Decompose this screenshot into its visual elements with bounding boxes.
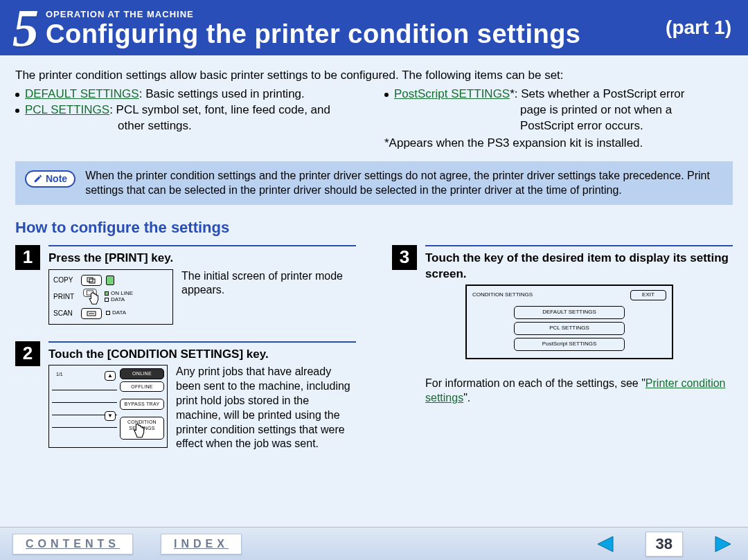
scan-button[interactable]	[81, 308, 102, 319]
page-title: Configuring the printer condition settin…	[46, 19, 666, 49]
online-button[interactable]: ONLINE	[120, 368, 164, 379]
ps-install-note: *Appears when the PS3 expansion kit is i…	[384, 136, 733, 152]
condition-settings-button[interactable]: CONDITION SETTINGS	[120, 417, 164, 440]
default-settings-button[interactable]: DEFAULT SETTINGS	[514, 306, 625, 319]
link-pcl-settings[interactable]: PCL SETTINGS	[25, 103, 109, 116]
offline-button[interactable]: OFFLINE	[120, 381, 164, 392]
settings-left: DEFAULT SETTINGS: Basic settings used in…	[15, 87, 364, 152]
panel-print-key: COPY PRINT	[48, 269, 173, 325]
panel-condition-settings: 1/1 ▲ ▼ ONLINE OFFLINE BYPASS TRAY	[48, 365, 168, 448]
step-number: 1	[15, 245, 40, 270]
step-title: Press the [PRINT] key.	[48, 251, 356, 267]
text: page is printed or not when a	[394, 102, 733, 118]
section-label: OPERATION AT THE MACHINE	[46, 9, 666, 19]
chapter-number: 5	[12, 1, 39, 54]
panel-header: CONDITION SETTINGS	[472, 291, 533, 299]
next-page-button[interactable]	[711, 534, 736, 554]
hand-pointer-icon	[129, 423, 147, 441]
contents-button[interactable]: CONTENTS	[12, 534, 133, 554]
step-title: Touch the [CONDITION SETTINGS] key.	[48, 347, 356, 363]
label-scan: SCAN	[53, 309, 77, 318]
note-text: When the printer condition settings and …	[85, 168, 723, 198]
data-led	[105, 298, 109, 302]
step-number: 3	[392, 245, 417, 270]
step-title: Touch the key of the desired item to dis…	[425, 251, 733, 282]
note-box: Note When the printer condition settings…	[15, 161, 733, 205]
down-arrow-button[interactable]: ▼	[105, 411, 116, 421]
svg-marker-6	[598, 536, 613, 552]
text: : PCL symbol set, font, line feed code, …	[109, 103, 330, 116]
pcl-settings-button[interactable]: PCL SETTINGS	[514, 322, 625, 335]
step-number: 2	[15, 341, 40, 366]
copy-button[interactable]	[81, 275, 102, 286]
link-default-settings[interactable]: DEFAULT SETTINGS	[25, 87, 139, 100]
settings-right: PostScript SETTINGS*: Sets whether a Pos…	[384, 87, 733, 152]
copy-icon	[87, 277, 96, 284]
svg-marker-7	[715, 536, 731, 552]
text: : Basic settings used in printing.	[139, 87, 305, 100]
link-postscript-settings[interactable]: PostScript SETTINGS	[394, 87, 510, 100]
bypass-tray-button[interactable]: BYPASS TRAY	[120, 399, 164, 409]
step-text: The initial screen of printer mode appea…	[181, 269, 356, 298]
pencil-icon	[33, 174, 43, 183]
arrow-left-icon	[595, 535, 616, 553]
panel-condition-menu: CONDITION SETTINGS EXIT DEFAULT SETTINGS…	[465, 284, 673, 359]
svg-rect-0	[87, 278, 93, 282]
intro-lead: The printer condition settings allow bas…	[15, 68, 733, 84]
part-label: (part 1)	[666, 17, 736, 39]
arrow-right-icon	[713, 535, 733, 553]
title-bar: 5 OPERATION AT THE MACHINE Configuring t…	[0, 0, 748, 55]
step-1: 1 Press the [PRINT] key. COPY	[15, 245, 356, 325]
note-label: Note	[46, 172, 67, 186]
label-print: PRINT	[53, 292, 77, 302]
step-2: 2 Touch the [CONDITION SETTINGS] key. 1/…	[15, 341, 356, 452]
step3-followup: For information on each of the settings,…	[425, 376, 733, 406]
index-button[interactable]: INDEX	[161, 534, 242, 554]
divider	[425, 245, 733, 246]
note-badge: Note	[25, 170, 75, 188]
print-button[interactable]	[81, 288, 100, 306]
label-data: DATA	[112, 310, 126, 316]
text: other settings.	[25, 118, 364, 134]
data-led	[106, 311, 110, 315]
text: : Sets whether a PostScript error	[515, 87, 685, 100]
footer: CONTENTS INDEX 38	[0, 527, 748, 560]
page-number: 38	[645, 532, 683, 557]
status-led	[106, 276, 114, 285]
label-data: DATA	[111, 297, 125, 303]
prev-page-button[interactable]	[593, 534, 618, 554]
step-text: Any print jobs that have already been se…	[176, 365, 356, 451]
text: *	[510, 87, 515, 100]
step-3: 3 Touch the key of the desired item to d…	[392, 245, 733, 359]
text: PostScript error occurs.	[394, 118, 733, 134]
hand-pointer-icon	[81, 288, 103, 307]
online-led	[105, 291, 109, 296]
up-arrow-button[interactable]: ▲	[105, 371, 116, 381]
postscript-settings-button[interactable]: PostScript SETTINGS	[514, 338, 625, 351]
howto-heading: How to configure the settings	[15, 217, 733, 238]
exit-button[interactable]: EXIT	[630, 290, 666, 300]
svg-rect-1	[89, 279, 95, 283]
scan-icon	[87, 310, 96, 317]
label-copy: COPY	[53, 276, 77, 285]
divider	[48, 245, 356, 246]
divider	[48, 341, 356, 343]
